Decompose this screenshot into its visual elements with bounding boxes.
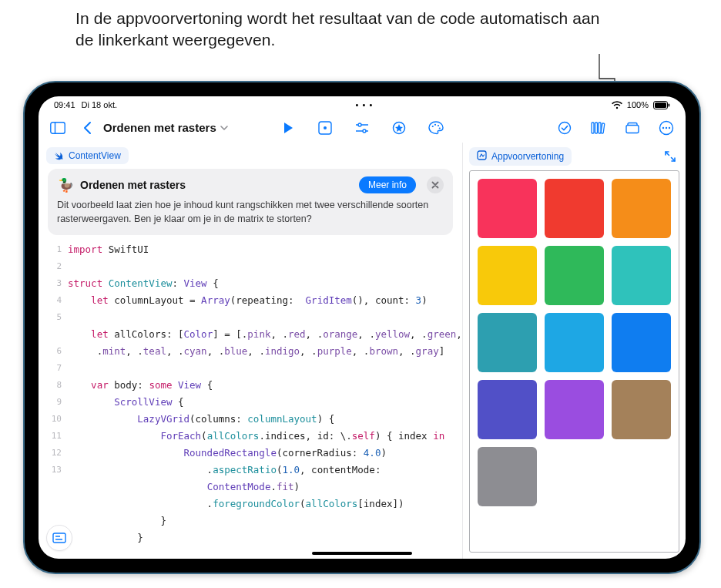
settings-sliders-button[interactable] bbox=[350, 116, 374, 139]
lesson-info-card: 🦆 Ordenen met rasters Meer info Dit voor… bbox=[48, 169, 453, 235]
snippets-button[interactable] bbox=[387, 116, 411, 139]
multitasking-dots-icon[interactable]: • • • bbox=[356, 100, 374, 109]
document-title-group[interactable]: Ordenen met rasters bbox=[103, 121, 229, 135]
svg-point-8 bbox=[358, 123, 361, 126]
color-swatch[interactable] bbox=[612, 380, 671, 439]
color-swatch[interactable] bbox=[478, 246, 537, 305]
lesson-title: Ordenen met rasters bbox=[80, 179, 353, 191]
color-palette-button[interactable] bbox=[424, 116, 448, 139]
close-card-button[interactable] bbox=[427, 176, 444, 193]
app-toolbar: Ordenen met rasters bbox=[39, 113, 686, 143]
code-editor[interactable]: 1234567891011121316 import SwiftUI struc… bbox=[39, 241, 462, 559]
svg-rect-26 bbox=[53, 533, 65, 543]
svg-point-6 bbox=[324, 126, 327, 129]
expand-preview-button[interactable] bbox=[661, 147, 679, 166]
color-swatch[interactable] bbox=[612, 313, 671, 372]
svg-point-13 bbox=[434, 123, 436, 125]
code-lines[interactable]: import SwiftUI struct ContentView: View … bbox=[68, 241, 462, 559]
color-swatch[interactable] bbox=[545, 246, 604, 305]
wifi-icon bbox=[612, 101, 622, 109]
lesson-emoji-icon: 🦆 bbox=[57, 176, 74, 193]
svg-rect-2 bbox=[669, 103, 670, 106]
svg-point-23 bbox=[662, 126, 664, 128]
status-time: 09:41 bbox=[54, 100, 75, 109]
more-info-button[interactable]: Meer info bbox=[359, 176, 416, 193]
document-title: Ordenen met rasters bbox=[103, 121, 216, 134]
step-button[interactable] bbox=[314, 116, 337, 139]
swift-file-icon bbox=[54, 151, 64, 161]
battery-percent: 100% bbox=[627, 100, 649, 109]
svg-point-24 bbox=[666, 126, 667, 128]
color-swatch[interactable] bbox=[545, 380, 604, 439]
svg-rect-21 bbox=[626, 125, 639, 133]
home-indicator[interactable] bbox=[312, 552, 412, 555]
more-button[interactable] bbox=[655, 116, 678, 139]
chevron-down-icon bbox=[220, 121, 229, 135]
figure-caption: In de appvoorvertoning wordt het resulta… bbox=[75, 8, 615, 52]
library-button[interactable] bbox=[587, 116, 610, 139]
editor-pane: ContentView 🦆 Ordenen met rasters Meer i… bbox=[39, 143, 462, 559]
app-preview-icon bbox=[477, 150, 487, 163]
lesson-body: Dit voorbeeld laat zien hoe je inhoud ku… bbox=[57, 198, 444, 226]
ipad-frame: 09:41 Di 18 okt. • • • 100% bbox=[23, 81, 701, 574]
svg-rect-19 bbox=[599, 123, 601, 133]
svg-point-15 bbox=[439, 127, 441, 129]
run-button[interactable] bbox=[277, 116, 300, 139]
svg-point-10 bbox=[363, 129, 366, 133]
svg-rect-18 bbox=[595, 123, 598, 133]
ipad-screen: 09:41 Di 18 okt. • • • 100% bbox=[39, 96, 686, 559]
preview-tab[interactable]: Appvoorvertoning bbox=[469, 147, 572, 166]
color-grid bbox=[478, 179, 671, 506]
color-swatch[interactable] bbox=[478, 380, 537, 439]
battery-icon bbox=[653, 101, 670, 109]
color-swatch[interactable] bbox=[612, 179, 671, 238]
color-swatch[interactable] bbox=[478, 313, 537, 372]
svg-rect-1 bbox=[655, 102, 666, 108]
color-swatch[interactable] bbox=[478, 179, 537, 238]
svg-point-25 bbox=[669, 126, 670, 128]
preview-pane: Appvoorvertoning bbox=[462, 143, 686, 559]
color-swatch[interactable] bbox=[545, 313, 604, 372]
preview-canvas[interactable] bbox=[469, 170, 679, 553]
files-button[interactable] bbox=[621, 116, 644, 139]
svg-rect-20 bbox=[601, 123, 605, 133]
back-button[interactable] bbox=[75, 116, 99, 139]
status-date: Di 18 okt. bbox=[82, 100, 117, 109]
color-swatch[interactable] bbox=[478, 447, 537, 506]
checkmark-button[interactable] bbox=[553, 116, 576, 139]
svg-rect-17 bbox=[592, 123, 594, 133]
status-bar: 09:41 Di 18 okt. • • • 100% bbox=[39, 96, 686, 113]
file-tab-contentview[interactable]: ContentView bbox=[46, 147, 129, 164]
file-tab-label: ContentView bbox=[69, 150, 121, 161]
preview-tab-label: Appvoorvertoning bbox=[491, 151, 564, 162]
format-button[interactable] bbox=[46, 525, 72, 551]
svg-point-16 bbox=[559, 122, 571, 133]
svg-rect-3 bbox=[51, 122, 65, 133]
sidebar-toggle-button[interactable] bbox=[46, 116, 69, 139]
color-swatch[interactable] bbox=[612, 246, 671, 305]
svg-point-14 bbox=[438, 124, 439, 126]
content-area: ContentView 🦆 Ordenen met rasters Meer i… bbox=[39, 143, 686, 559]
color-swatch[interactable] bbox=[545, 179, 604, 238]
svg-point-12 bbox=[432, 125, 434, 126]
line-gutter: 1234567891011121316 bbox=[42, 241, 68, 559]
